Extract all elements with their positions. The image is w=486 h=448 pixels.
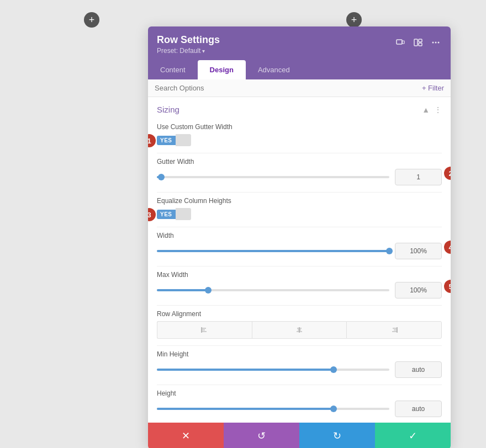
cancel-button[interactable]: ✕ [148,423,224,448]
tab-advanced[interactable]: Advanced [246,60,302,79]
field-row-alignment: Row Alignment [148,306,451,345]
svg-point-5 [432,42,434,44]
max-width-value[interactable]: 100% [395,282,442,298]
max-width-track[interactable] [157,289,389,291]
badge-2: 2 [444,167,451,180]
field-height: Height auto [148,385,451,423]
tabs-bar: Content Design Advanced [148,60,451,79]
row-alignment-label: Row Alignment [157,310,442,318]
width-label: Width [157,232,442,239]
gutter-width-value[interactable]: 1 [395,169,442,185]
align-center-option[interactable] [252,321,347,339]
sizing-section-title: Sizing [157,105,179,114]
field-use-custom-gutter: Use Custom Gutter Width YES 1 [148,119,451,153]
row-settings-panel: Row Settings Preset: Default ▾ [148,26,451,448]
filter-button[interactable]: + Filter [422,84,444,92]
field-equalize-columns: Equalize Column Heights YES 3 [148,193,451,227]
panel-header-icons [394,36,442,49]
collapse-icon[interactable]: ▲ [422,105,430,114]
section-more-icon[interactable]: ⋮ [434,105,442,114]
field-min-height: Min Height auto [148,346,451,385]
panel-preset[interactable]: Preset: Default ▾ [157,47,220,55]
height-track[interactable] [157,408,389,410]
width-track[interactable] [157,250,389,252]
tab-content[interactable]: Content [148,60,198,79]
reset-icon: ↺ [257,430,266,442]
layout-icon[interactable] [412,36,424,49]
toggle-no-area[interactable] [176,134,191,146]
height-slider-row: auto [157,401,442,417]
equalize-columns-toggle[interactable]: YES [157,208,442,220]
save-button[interactable]: ✓ [375,423,451,448]
plus-icon-left: + [89,15,95,25]
panel-title: Row Settings [157,34,220,46]
reset-button[interactable]: ↺ [224,423,299,448]
svg-rect-2 [414,39,418,46]
panel-header: Row Settings Preset: Default ▾ [148,26,451,60]
redo-icon: ↻ [333,430,341,442]
svg-rect-0 [397,40,402,44]
use-custom-gutter-toggle[interactable]: YES [157,134,442,146]
gutter-width-track[interactable] [157,176,389,178]
add-left-button[interactable]: + [84,12,99,28]
align-left-option[interactable] [157,321,252,339]
responsive-icon[interactable] [394,36,406,49]
gutter-width-slider-row: 1 [157,169,442,185]
alignment-options [157,321,442,339]
panel-title-group: Row Settings Preset: Default ▾ [157,34,220,55]
min-height-label: Min Height [157,350,442,358]
field-gutter-width: Gutter Width 1 2 [148,153,451,192]
badge-5: 5 [444,280,451,293]
badge-1: 1 [148,134,156,147]
save-icon: ✓ [409,430,417,442]
svg-point-6 [435,42,437,44]
field-width: Width 100% 4 [148,227,451,266]
preset-chevron-icon: ▾ [202,48,205,54]
svg-rect-1 [402,41,404,44]
height-label: Height [157,390,442,397]
min-height-value[interactable]: auto [395,361,442,378]
add-right-button[interactable]: + [346,12,362,28]
width-slider-row: 100% [157,243,442,259]
min-height-slider-row: auto [157,361,442,378]
badge-4: 4 [444,241,451,254]
redo-button[interactable]: ↻ [299,423,375,448]
more-options-icon[interactable] [430,36,442,49]
bottom-bar: ✕ ↺ ↻ ✓ [148,423,451,448]
min-height-track[interactable] [157,369,389,371]
search-input[interactable] [155,84,422,92]
svg-point-7 [438,42,440,44]
height-value[interactable]: auto [395,401,442,417]
align-right-option[interactable] [346,321,442,339]
search-bar: + Filter [148,79,451,97]
toggle-no-2-area[interactable] [176,208,191,220]
panel-body: Sizing ▲ ⋮ Use Custom Gutter Width YES 1… [148,97,451,423]
svg-rect-3 [419,39,422,42]
gutter-width-label: Gutter Width [157,158,442,166]
sizing-section-header: Sizing ▲ ⋮ [148,97,451,119]
cancel-icon: ✕ [182,430,190,442]
toggle-yes-label: YES [157,136,176,145]
section-controls: ▲ ⋮ [422,105,442,114]
max-width-label: Max Width [157,271,442,279]
width-value[interactable]: 100% [395,243,442,259]
tab-design[interactable]: Design [198,60,246,79]
field-max-width: Max Width 100% 5 [148,266,451,305]
equalize-columns-label: Equalize Column Heights [157,197,442,205]
use-custom-gutter-label: Use Custom Gutter Width [157,123,442,131]
max-width-slider-row: 100% [157,282,442,298]
toggle-yes-2-label: YES [157,210,176,219]
plus-icon-right: + [351,15,357,25]
svg-rect-4 [419,43,422,46]
badge-3: 3 [148,208,156,221]
